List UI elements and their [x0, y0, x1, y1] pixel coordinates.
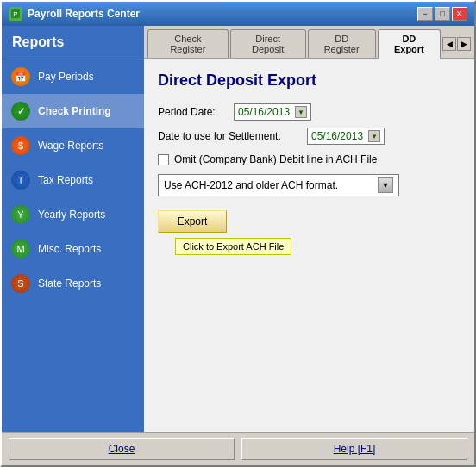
minimize-button[interactable]: − [417, 7, 433, 21]
export-button[interactable]: Export [158, 210, 227, 233]
tab-direct-deposit[interactable]: Direct Deposit [230, 29, 306, 58]
period-date-row: Period Date: 05/16/2013 ▼ [158, 103, 460, 121]
omit-debit-label: Omit (Company Bank) Debit line in ACH Fi… [174, 153, 377, 165]
sidebar-item-tax-reports-label: Tax Reports [38, 174, 93, 186]
title-bar-controls: − □ ✕ [417, 7, 467, 21]
sidebar-header: Reports [2, 26, 144, 59]
svg-text:P: P [13, 10, 17, 18]
tab-nav-buttons: ◀ ▶ [442, 37, 471, 51]
format-dropdown[interactable]: Use ACH-2012 and older ACH format. ▼ [158, 174, 399, 196]
sidebar-item-wage-reports[interactable]: $ Wage Reports [2, 128, 144, 163]
app-icon: P [9, 7, 22, 21]
sidebar-item-misc-reports[interactable]: M Misc. Reports [2, 232, 144, 266]
help-button[interactable]: Help [F1] [241, 438, 467, 460]
sidebar-item-check-printing[interactable]: ✓ Check Printing [2, 94, 144, 128]
sidebar-item-yearly-reports[interactable]: Y Yearly Reports [2, 197, 144, 232]
tab-check-register[interactable]: Check Register [147, 29, 229, 58]
period-date-label: Period Date: [158, 106, 227, 118]
title-bar-left: P Payroll Reports Center [9, 7, 140, 21]
sidebar-item-state-reports[interactable]: S State Reports [2, 266, 144, 301]
sidebar-item-tax-reports[interactable]: T Tax Reports [2, 163, 144, 197]
sidebar-item-misc-reports-label: Misc. Reports [38, 243, 101, 255]
omit-debit-checkbox[interactable] [158, 154, 169, 165]
tabs-bar: Check Register Direct Deposit DD Registe… [144, 26, 474, 59]
window-title: Payroll Reports Center [28, 8, 140, 20]
content-area: Direct Deposit Export Period Date: 05/16… [144, 59, 474, 432]
settlement-date-value: 05/16/2013 [311, 130, 363, 142]
settlement-label: Date to use for Settlement: [158, 130, 300, 142]
main-content: Reports 📅 Pay Periods ✓ Check Printing $… [2, 26, 474, 432]
tab-dd-export[interactable]: DD Export [378, 29, 441, 59]
title-bar: P Payroll Reports Center − □ ✕ [2, 2, 474, 26]
sidebar-item-pay-periods-label: Pay Periods [38, 71, 94, 83]
settlement-date-dropdown[interactable]: 05/16/2013 ▼ [307, 128, 385, 145]
settlement-date-row: Date to use for Settlement: 05/16/2013 ▼ [158, 128, 460, 145]
period-date-value: 05/16/2013 [238, 106, 290, 118]
misc-reports-icon: M [10, 239, 31, 259]
footer: Close Help [F1] [2, 432, 474, 465]
right-panel: Check Register Direct Deposit DD Registe… [144, 26, 474, 432]
sidebar-item-state-reports-label: State Reports [38, 277, 101, 290]
close-button[interactable]: Close [9, 438, 235, 460]
yearly-reports-icon: Y [10, 204, 31, 225]
sidebar-item-wage-reports-label: Wage Reports [38, 140, 103, 152]
omit-debit-row: Omit (Company Bank) Debit line in ACH Fi… [158, 153, 460, 165]
settlement-date-arrow[interactable]: ▼ [368, 130, 380, 142]
period-date-arrow[interactable]: ▼ [295, 106, 307, 118]
tab-prev-button[interactable]: ◀ [442, 37, 456, 51]
sidebar-item-check-printing-label: Check Printing [38, 105, 111, 117]
period-date-dropdown[interactable]: 05/16/2013 ▼ [234, 103, 311, 121]
tab-next-button[interactable]: ▶ [457, 37, 471, 51]
sidebar-item-yearly-reports-label: Yearly Reports [38, 209, 105, 221]
check-printing-icon: ✓ [10, 101, 31, 121]
sidebar-item-pay-periods[interactable]: 📅 Pay Periods [2, 59, 144, 94]
main-window: P Payroll Reports Center − □ ✕ Reports 📅… [0, 0, 476, 467]
page-title: Direct Deposit Export [158, 72, 460, 90]
wage-reports-icon: $ [10, 135, 31, 156]
export-section: Export Click to Export ACH File [158, 210, 227, 233]
format-dropdown-value: Use ACH-2012 and older ACH format. [164, 179, 338, 191]
state-reports-icon: S [10, 273, 31, 294]
close-window-button[interactable]: ✕ [452, 7, 467, 21]
export-tooltip: Click to Export ACH File [175, 238, 291, 255]
tab-dd-register[interactable]: DD Register [308, 29, 376, 58]
tax-reports-icon: T [10, 170, 31, 190]
maximize-button[interactable]: □ [435, 7, 450, 21]
format-dropdown-arrow[interactable]: ▼ [378, 177, 393, 193]
sidebar: Reports 📅 Pay Periods ✓ Check Printing $… [2, 26, 144, 432]
pay-periods-icon: 📅 [10, 66, 31, 87]
